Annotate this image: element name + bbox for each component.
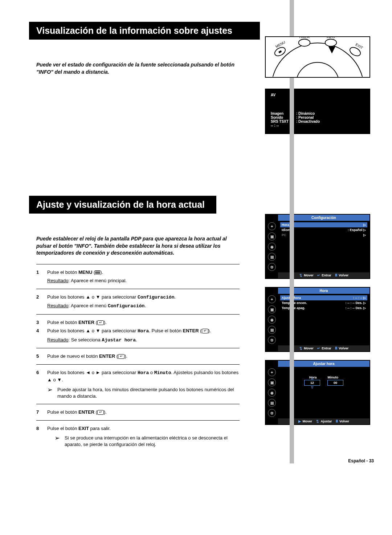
svg-point-6 [296,62,339,77]
up-arrow-icon: △ [311,377,313,380]
info-row: SRS TSXTDesactivado [271,119,364,123]
step-number: 3 [36,319,47,326]
step-body: Pulse el botón ENTER (↵). [47,409,240,416]
minute-label: Minuto [328,376,339,379]
setup-icon: ▤ [268,326,276,334]
intro-1: Puede ver el estado de configuración de … [36,61,240,76]
note-2: Si se produce una interrupción en la ali… [65,435,240,448]
enter-icon: ↵ [97,410,104,415]
divider [36,404,240,404]
osd-foot-item: ⮁ Mover [299,273,314,277]
divider [36,289,240,289]
step-number: 4 [36,327,47,344]
step-body: Pulse los botones ▲ o ▼ para seleccionar… [47,327,240,344]
step-number: 6 [36,369,47,384]
input-icon: ✿ [268,336,276,344]
step-4: 4Pulse los botones ▲ o ▼ para selecciona… [36,327,240,344]
enter-icon: ↵ [118,354,124,359]
remote-timer-label: TIMER [299,37,310,39]
step-body: Pulse de nuevo el botón ENTER (↵). [47,353,240,360]
picture-icon: ✦ [268,222,276,230]
sound-icon: ▣ [268,378,276,386]
step-number: 7 [36,409,47,416]
heading-2: Ajuste y visualización de la hora actual [29,196,216,214]
setup-icon: ▤ [268,253,276,261]
sound-icon: ▣ [268,305,276,313]
enter-icon: ↵ [202,329,208,333]
menu-icon [95,271,100,274]
page-footer: Español - 33 [36,458,374,463]
channel-icon: ◉ [268,389,276,397]
step-body: Pulse los botones ▲ o ▼ para seleccionar… [47,293,240,310]
osd-foot-item: Ⅲ Volver [336,420,349,423]
step-body: Pulse el botón EXIT para salir. [47,425,240,432]
info-time: -- : -- [271,123,364,127]
step-5: 5Pulse de nuevo el botón ENTER (↵). [36,353,240,360]
divider [36,348,240,348]
step-8: 8Pulse el botón EXIT para salir. [36,425,240,432]
remote-illustration: MENU TIMER INFO EXIT [265,36,370,78]
divider [36,364,240,365]
step-number: 8 [36,425,47,432]
enter-icon: ↵ [97,320,104,325]
divider [36,420,240,421]
info-source: AV [271,93,364,97]
step-1: 1Pulse el botón MENU ().Resultado: Apare… [36,269,240,284]
picture-icon: ✦ [268,295,276,303]
osd-foot-item: ↵ Entrar [317,346,331,350]
picture-icon: ✦ [268,368,276,376]
channel-icon: ◉ [268,243,276,251]
step-6: 6Pulse los botones ◄ o ► para selecciona… [36,369,240,384]
note-1: Puede ajustar la hora, los minutos direc… [57,386,240,400]
minute-value: 00 [327,380,343,386]
input-icon: ✿ [268,409,276,417]
svg-point-3 [325,39,337,46]
setup-icon: ▤ [268,399,276,407]
remote-info-label: INFO [327,37,335,39]
osd-foot-item: Ⅲ Volver [335,346,348,350]
divider [36,264,240,264]
svg-point-2 [299,39,310,46]
step-body: Pulse los botones ◄ o ► para seleccionar… [47,369,240,384]
svg-marker-4 [328,46,336,53]
note-arrow-icon: ➢ [47,386,57,400]
divider [36,314,240,315]
osd-configuracion: Configuración ✦ ▣ ◉ ▤ ✿ Hora▷Idioma: Esp… [265,214,370,279]
osd-foot-item: Ⅲ Volver [335,273,348,277]
note-arrow-icon: ➢ [54,435,65,448]
step-2: 2Pulse los botones ▲ o ▼ para selecciona… [36,293,240,310]
heading-1: Visualización de la información sobre aj… [29,22,260,40]
step-3: 3Pulse el botón ENTER (↵). [36,319,240,326]
step-number: 5 [36,353,47,360]
sound-icon: ▣ [268,232,276,240]
step-number: 2 [36,293,47,310]
info-row: ImagenDinámico [271,112,364,115]
info-row: SonidoPersonal [271,115,364,119]
input-icon: ✿ [268,263,276,271]
step-body: Pulse el botón ENTER (↵). [47,319,240,326]
osd-sidebar-icons: ✦ ▣ ◉ ▤ ✿ [266,367,278,418]
remote-svg: MENU TIMER INFO EXIT [273,37,364,77]
intro-2: Puede establecer el reloj de la pantalla… [36,235,240,257]
step-7: 7Pulse el botón ENTER (↵). [36,409,240,416]
osd-foot-item: ↵ Entrar [317,273,331,277]
step-number: 1 [36,269,47,284]
osd-sidebar-icons: ✦ ▣ ◉ ▤ ✿ [266,221,278,272]
osd-sidebar-icons: ✦ ▣ ◉ ▤ ✿ [266,294,278,345]
osd-hora: Hora ✦ ▣ ◉ ▤ ✿ Ajustar hora: -- : -- ▷Te… [265,287,370,352]
osd-foot-item: ▶ Mover [298,420,312,423]
osd-ajustar-hora: Ajustar hora ✦ ▣ ◉ ▤ ✿ Hora Minuto [265,360,370,425]
channel-icon: ◉ [268,316,276,324]
osd-foot-item: ⮁ Ajustar [316,420,332,423]
info-display: AV ImagenDinámicoSonidoPersonalSRS TSXTD… [265,89,370,134]
osd-foot-item: ⮁ Mover [299,346,314,350]
step-body: Pulse el botón MENU ().Resultado: Aparec… [47,269,240,284]
down-arrow-icon: ▽ [311,386,313,389]
hour-value: △ 12 ▽ [304,380,320,386]
